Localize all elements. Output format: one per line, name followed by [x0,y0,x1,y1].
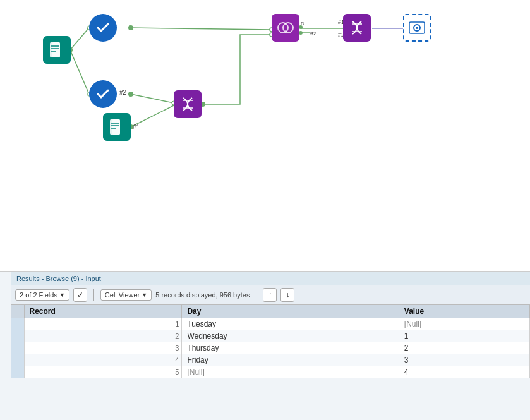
svg-text:R: R [285,29,288,33]
check1-node[interactable] [89,14,117,42]
svg-line-3 [131,94,174,103]
scroll-down-btn[interactable]: ↓ [280,288,294,302]
cell-day: Thursday [182,342,399,354]
cell-day: [Null] [182,366,399,378]
separator2 [256,289,256,301]
row-indicator [11,318,24,330]
separator1 [93,289,94,301]
cell-viewer-btn[interactable]: Cell Viewer ▼ [100,289,152,301]
col-header-day[interactable]: Day [182,305,399,318]
table-row[interactable]: 2Wednesday1 [11,330,530,342]
col-header-empty [11,305,24,318]
cell-record: 1 [24,318,182,330]
cell-record: 5 [24,366,182,378]
check-icon[interactable]: ✓ [73,288,87,302]
svg-rect-32 [112,119,120,135]
cell-value: 1 [399,330,529,342]
results-toolbar: 2 of 2 Fields ▼ ✓ Cell Viewer ▼ 5 record… [11,285,530,305]
join-node[interactable]: L R [272,14,299,42]
table-row[interactable]: 4Friday3 [11,354,530,366]
dna1-node[interactable] [343,14,371,42]
fields-label: 2 of 2 Fields [20,291,57,299]
svg-line-2 [70,50,89,94]
cell-record: 4 [24,354,182,366]
book1-node[interactable] [43,36,71,64]
check2-label: #2 [119,89,126,96]
cell-value: 2 [399,342,529,354]
cell-day: Friday [182,354,399,366]
svg-line-0 [70,28,89,50]
cell-value: 4 [399,366,529,378]
row-indicator [11,330,24,342]
table-row[interactable]: 5[Null]4 [11,366,530,378]
canvas-connections: L R D #1 #2 #2 [0,0,530,271]
svg-point-46 [416,27,418,29]
chevron-down-icon: ▼ [59,292,65,298]
scroll-up-btn[interactable]: ↑ [263,288,277,302]
workflow-canvas[interactable]: L R D #1 #2 #2 [0,0,530,272]
separator3 [301,289,301,301]
results-title: Results - Browse (9) - Input [16,275,101,282]
svg-text:D: D [301,21,304,27]
union-node[interactable] [174,90,202,118]
cell-record: 2 [24,330,182,342]
cell-record: 3 [24,342,182,354]
cell-value: [Null] [399,318,529,330]
results-header: Results - Browse (9) - Input [11,272,530,285]
table-row[interactable]: 3Thursday2 [11,342,530,354]
book2-label: #1 [133,124,140,131]
results-table-container: Record Day Value 1Tuesday[Null]2Wednesda… [11,305,530,420]
cell-viewer-label: Cell Viewer [105,291,140,299]
row-indicator [11,354,24,366]
table-row[interactable]: 1Tuesday[Null] [11,318,530,330]
status-text: 5 records displayed, 956 bytes [155,291,250,299]
browse-node[interactable] [403,14,431,42]
cell-day: Tuesday [182,318,399,330]
results-panel: ≡ ⚙ ? Results - Browse (9) - Input 2 of … [0,272,530,420]
col-header-value[interactable]: Value [399,305,529,318]
svg-line-1 [131,28,272,30]
fields-selector[interactable]: 2 of 2 Fields ▼ [15,289,69,301]
row-indicator [11,342,24,354]
check2-node[interactable] [89,80,117,108]
col-header-record[interactable]: Record [24,305,182,318]
svg-point-11 [128,92,133,97]
svg-point-9 [128,25,133,30]
chevron-down-icon2: ▼ [142,292,147,298]
book2-node[interactable] [103,113,131,141]
results-table: Record Day Value 1Tuesday[Null]2Wednesda… [11,305,530,378]
cell-day: Wednesday [182,330,399,342]
svg-text:#2: #2 [310,30,316,37]
svg-rect-27 [52,42,60,57]
row-indicator [11,366,24,378]
cell-value: 3 [399,354,529,366]
